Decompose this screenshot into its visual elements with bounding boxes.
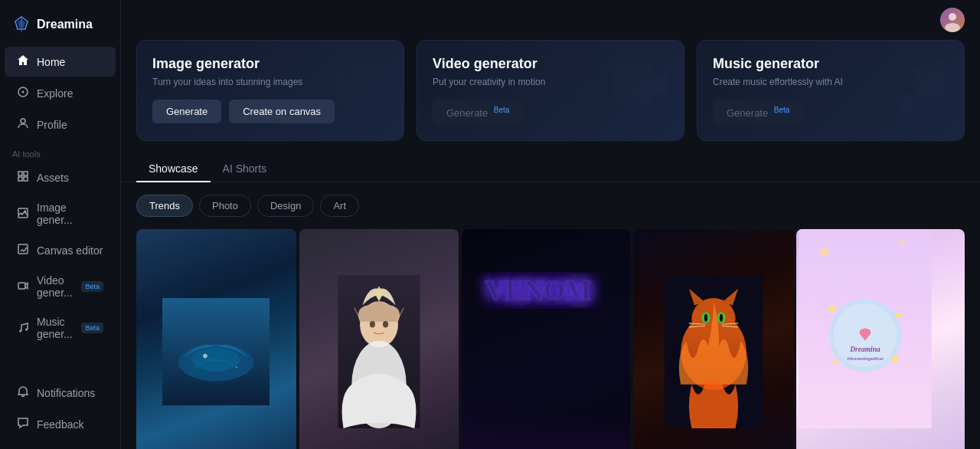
user-avatar[interactable] bbox=[940, 8, 965, 32]
svg-rect-6 bbox=[18, 172, 22, 175]
home-icon bbox=[17, 54, 29, 69]
image-gen-icon bbox=[17, 207, 29, 221]
svg-point-11 bbox=[24, 210, 26, 211]
canvas-icon bbox=[17, 243, 29, 257]
svg-point-14 bbox=[19, 329, 21, 332]
sidebar-item-feedback[interactable]: Feedback bbox=[5, 409, 116, 439]
create-on-canvas-button[interactable]: Create on canvas bbox=[229, 100, 335, 123]
filter-trends[interactable]: Trends bbox=[136, 195, 193, 217]
video-generator-card: Video generator Put your creativity in m… bbox=[416, 40, 684, 141]
sidebar-item-label: Canvas editor bbox=[37, 244, 103, 257]
svg-rect-9 bbox=[24, 177, 28, 181]
video-generate-button[interactable]: Generate Beta bbox=[433, 100, 523, 125]
svg-point-40 bbox=[704, 314, 707, 322]
sidebar-item-canvas[interactable]: Canvas editor bbox=[5, 235, 116, 265]
image-gen-bg-icon bbox=[330, 53, 391, 123]
svg-point-17 bbox=[949, 13, 956, 21]
music-gen-bg-icon bbox=[890, 53, 952, 123]
gallery-item-whale[interactable] bbox=[136, 229, 296, 449]
svg-rect-21 bbox=[614, 64, 652, 103]
sidebar-item-label: Home bbox=[37, 56, 65, 68]
sidebar-item-notifications[interactable]: Notifications bbox=[5, 378, 116, 408]
svg-rect-13 bbox=[18, 283, 25, 289]
topbar bbox=[121, 0, 980, 40]
svg-point-52 bbox=[892, 356, 899, 362]
sidebar-item-video-gen[interactable]: Video gener... Beta bbox=[5, 267, 116, 306]
filter-art[interactable]: Art bbox=[320, 195, 359, 217]
ai-tools-label: AI tools bbox=[0, 140, 120, 162]
music-gen-beta: Beta bbox=[774, 106, 790, 114]
sidebar-item-label: Assets bbox=[37, 172, 69, 184]
assets-icon bbox=[17, 170, 29, 185]
gallery-item-elf[interactable] bbox=[299, 229, 459, 449]
gallery-item-cat[interactable] bbox=[633, 229, 793, 449]
sidebar-item-label: Music gener... bbox=[37, 316, 74, 340]
logo: Dreamina bbox=[0, 9, 120, 46]
sidebar-item-label: Profile bbox=[37, 119, 67, 131]
video-gen-bg-icon bbox=[610, 53, 671, 123]
image-generate-button[interactable]: Generate bbox=[152, 100, 221, 123]
svg-point-30 bbox=[370, 321, 375, 328]
svg-point-50 bbox=[896, 313, 901, 319]
gallery-item-dreamina[interactable]: Dreamina #dreamingwithai jan 🏆 ⭐ bbox=[796, 229, 965, 449]
sidebar-item-label: Feedback bbox=[37, 418, 83, 431]
svg-point-22 bbox=[897, 93, 915, 112]
svg-point-31 bbox=[383, 321, 388, 328]
logo-text: Dreamina bbox=[37, 18, 93, 31]
image-generator-card: Image generator Turn your ideas into stu… bbox=[136, 40, 404, 141]
sidebar-item-label: Video gener... bbox=[37, 274, 74, 299]
sidebar-item-label: Image gener... bbox=[37, 202, 103, 226]
filter-design[interactable]: Design bbox=[257, 195, 314, 217]
svg-point-23 bbox=[927, 78, 946, 97]
video-gen-icon bbox=[17, 280, 29, 294]
feedback-icon bbox=[17, 417, 29, 431]
svg-point-51 bbox=[833, 360, 837, 364]
filter-photo[interactable]: Photo bbox=[199, 195, 251, 217]
sidebar-item-assets[interactable]: Assets bbox=[5, 162, 116, 192]
logo-icon bbox=[12, 15, 31, 34]
gallery-item-venom[interactable]: VENOM VENOM bbox=[462, 229, 630, 449]
video-gen-beta: Beta bbox=[494, 106, 510, 114]
sidebar-item-profile[interactable]: Profile bbox=[5, 110, 116, 139]
video-beta-badge: Beta bbox=[81, 281, 103, 292]
svg-point-4 bbox=[22, 91, 24, 93]
music-gen-icon bbox=[17, 321, 29, 336]
sidebar-item-label: Notifications bbox=[37, 387, 95, 399]
music-generate-button[interactable]: Generate Beta bbox=[713, 100, 803, 125]
sidebar: Dreamina Home Explore Profile AI tools A… bbox=[0, 0, 121, 449]
sidebar-item-image-gen[interactable]: Image gener... bbox=[5, 194, 116, 234]
gallery: VENOM VENOM bbox=[121, 229, 980, 449]
svg-point-41 bbox=[720, 314, 723, 322]
music-generator-card: Music generator Create music effortlessl… bbox=[697, 40, 965, 141]
svg-text:Dreamina: Dreamina bbox=[849, 346, 880, 354]
tab-ai-shorts[interactable]: AI Shorts bbox=[211, 156, 279, 182]
generator-cards-section: Image generator Turn your ideas into stu… bbox=[121, 40, 980, 156]
svg-point-27 bbox=[204, 354, 208, 359]
svg-point-49 bbox=[828, 306, 835, 313]
svg-text:VENOM: VENOM bbox=[485, 275, 591, 306]
svg-point-18 bbox=[945, 23, 960, 32]
tab-showcase[interactable]: Showcase bbox=[136, 156, 211, 182]
svg-point-15 bbox=[25, 328, 28, 330]
svg-rect-7 bbox=[24, 172, 28, 175]
svg-point-5 bbox=[21, 119, 25, 123]
notifications-icon bbox=[17, 385, 29, 400]
sidebar-item-label: Explore bbox=[37, 87, 73, 100]
sidebar-item-home[interactable]: Home bbox=[5, 47, 116, 77]
svg-rect-8 bbox=[18, 177, 22, 181]
profile-icon bbox=[17, 117, 29, 132]
explore-icon bbox=[17, 86, 29, 100]
music-beta-badge: Beta bbox=[81, 323, 103, 333]
svg-point-26 bbox=[192, 348, 240, 372]
filter-pills: Trends Photo Design Art bbox=[121, 195, 980, 229]
sidebar-item-explore[interactable]: Explore bbox=[5, 78, 116, 108]
svg-text:#dreamingwithai: #dreamingwithai bbox=[847, 356, 884, 361]
main-content: Image generator Turn your ideas into stu… bbox=[121, 0, 980, 449]
showcase-tabs: Showcase AI Shorts bbox=[121, 156, 980, 182]
sidebar-item-music-gen[interactable]: Music gener... Beta bbox=[5, 308, 116, 348]
